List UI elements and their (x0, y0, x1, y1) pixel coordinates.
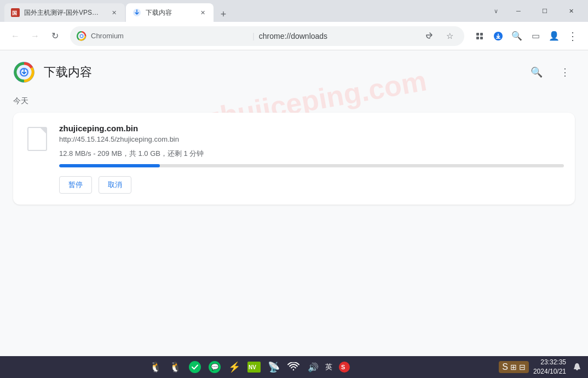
url-display: chrome://downloads (259, 32, 416, 40)
section-today: 今天 (0, 92, 588, 113)
url-favicon (77, 31, 87, 41)
tab-1[interactable]: 国 国外主机测评-国外VPS、国... ✕ (4, 3, 125, 22)
minimize-button[interactable]: ─ (506, 3, 531, 19)
tab2-favicon (132, 8, 141, 17)
svg-point-18 (189, 361, 201, 373)
taskbar-volume-icon[interactable]: 🔊 (305, 359, 321, 375)
taskbar-wechat-icon[interactable]: 💬 (207, 359, 222, 375)
close-button[interactable]: ✕ (558, 3, 584, 19)
overlay-icon3[interactable]: ⊟ (519, 363, 526, 371)
page-search-button[interactable]: 🔍 (527, 62, 546, 82)
browser-name-label: Chromium (91, 32, 248, 40)
downloads-logo (13, 61, 35, 83)
taskbar-right: S ⊞ ⊟ 23:32:35 2024/10/21 (499, 358, 584, 376)
pause-button[interactable]: 暂停 (59, 176, 92, 194)
taskbar-qq2-icon[interactable]: 🐧 (168, 359, 183, 375)
back-button[interactable]: ← (7, 27, 24, 45)
taskbar-notification-button[interactable] (570, 360, 584, 374)
taskbar-wifi-icon[interactable] (286, 359, 301, 375)
download-actions: 暂停 取消 (59, 176, 564, 194)
overlay-icon2[interactable]: ⊞ (510, 363, 517, 371)
svg-text:国: 国 (12, 10, 17, 16)
taskbar-center: 🐧 🐧 💬 ⚡ NV 📡 (4, 359, 495, 375)
search-toolbar-button[interactable]: 🔍 (508, 27, 526, 45)
progress-bar-fill (59, 164, 160, 167)
download-status: 12.8 MB/s - 209 MB，共 1.0 GB，还剩 1 分钟 (59, 149, 564, 159)
downloads-button[interactable] (489, 27, 507, 45)
download-info: zhujiceping.com.bin http://45.15.124.5/z… (59, 124, 564, 194)
new-tab-button[interactable]: + (216, 7, 231, 22)
url-separator: | (252, 32, 255, 40)
taskbar-qq1-icon[interactable]: 🐧 (148, 359, 163, 375)
forward-button[interactable]: → (26, 27, 44, 45)
time-display: 23:32:35 (533, 358, 566, 367)
reload-button[interactable]: ↻ (46, 27, 64, 45)
toolbar-buttons: 🔍 ▭ 👤 ⋮ (471, 27, 581, 45)
taskbar-bluetooth-icon[interactable]: ⚡ (227, 359, 242, 375)
page-content: zhujiceping.com 下载内容 🔍 ⋮ 今天 (0, 50, 588, 356)
taskbar: 🐧 🐧 💬 ⚡ NV 📡 (0, 356, 588, 378)
url-bar[interactable]: Chromium | chrome://downloads ☆ (70, 26, 464, 46)
tab1-favicon: 国 (11, 8, 20, 17)
tab2-title: 下载内容 (146, 8, 194, 18)
title-bar: 国 国外主机测评-国外VPS、国... ✕ 下载内容 ✕ + ∨ ─ ☐ (0, 0, 588, 22)
file-icon (27, 127, 47, 151)
tab1-close-btn[interactable]: ✕ (109, 8, 118, 17)
taskbar-overlay-group: S ⊞ ⊟ (499, 361, 529, 373)
svg-text:S: S (341, 364, 345, 370)
taskbar-network-icon[interactable]: 📡 (266, 359, 281, 375)
extensions-button[interactable] (471, 27, 488, 45)
download-filename: zhujiceping.com.bin (59, 124, 564, 133)
svg-text:💬: 💬 (211, 363, 219, 371)
svg-rect-8 (476, 33, 479, 36)
page-more-button[interactable]: ⋮ (555, 62, 575, 82)
window-menu-chevron[interactable]: ∨ (492, 7, 500, 15)
bookmark-button[interactable]: ☆ (441, 28, 458, 44)
tab1-title: 国外主机测评-国外VPS、国... (24, 8, 105, 18)
address-bar: ← → ↻ Chromium | chrome://downloads (0, 22, 588, 50)
sogou-icon[interactable]: S (502, 362, 508, 372)
share-button[interactable] (420, 28, 437, 44)
download-url: http://45.15.124.5/zhujiceping.com.bin (59, 135, 564, 143)
svg-text:NV: NV (249, 364, 256, 370)
taskbar-nvidia-icon[interactable]: NV (246, 359, 262, 375)
profile-button[interactable]: 👤 (545, 27, 563, 45)
tab-2[interactable]: 下载内容 ✕ (126, 3, 214, 22)
progress-bar-wrap (59, 164, 564, 167)
menu-button[interactable]: ⋮ (564, 27, 581, 45)
taskbar-time: 23:32:35 2024/10/21 (533, 358, 566, 376)
svg-point-7 (80, 35, 83, 37)
svg-rect-9 (480, 33, 483, 36)
svg-rect-10 (476, 37, 479, 39)
svg-rect-11 (480, 37, 483, 39)
maximize-button[interactable]: ☐ (532, 3, 557, 19)
date-display: 2024/10/21 (533, 367, 566, 376)
reading-mode-button[interactable]: ▭ (527, 27, 544, 45)
page-title: 下载内容 (44, 64, 518, 80)
cancel-button[interactable]: 取消 (99, 176, 131, 194)
taskbar-check-icon[interactable] (187, 359, 203, 375)
taskbar-sogou-icon[interactable]: S (337, 359, 352, 375)
tabs-area: 国 国外主机测评-国外VPS、国... ✕ 下载内容 ✕ + (4, 0, 487, 22)
download-item: zhujiceping.com.bin http://45.15.124.5/z… (13, 113, 575, 205)
downloads-header: 下载内容 🔍 ⋮ (0, 50, 588, 92)
tab2-close-btn[interactable]: ✕ (198, 8, 207, 17)
taskbar-lang-label: 英 (325, 362, 332, 372)
file-icon-wrap (24, 124, 50, 154)
window-controls: ∨ ─ ☐ ✕ (492, 3, 584, 19)
